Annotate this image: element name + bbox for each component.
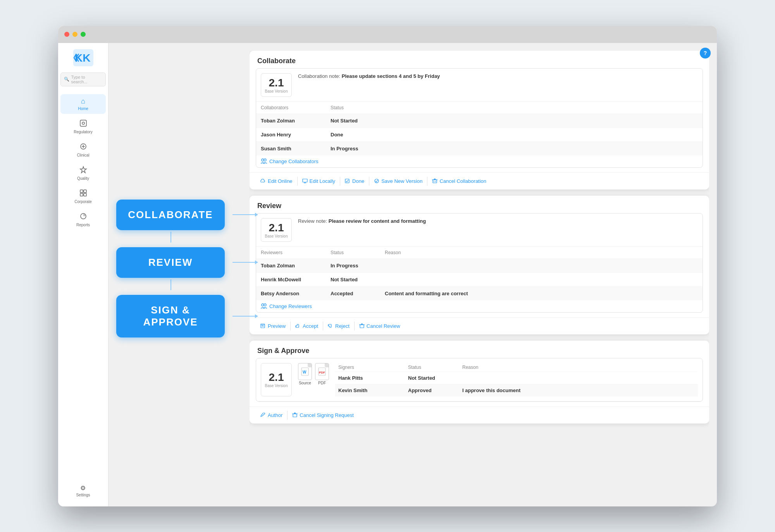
edit-online-btn[interactable]: Edit Online [256,177,298,186]
svg-point-25 [264,304,266,306]
sign-inner-header: 2.1 Base Version W [256,358,703,401]
sidebar-item-quality[interactable]: Quality [60,163,105,184]
sidebar-item-clinical[interactable]: Clinical [60,139,105,160]
close-btn[interactable] [64,32,69,37]
source-doc-icon: W [298,363,312,380]
review-row1-name: Toban Zolman [261,263,331,269]
pdf-icon: PDF [318,367,326,376]
review-inner-header: 2.1 Base Version Review note: Please rev… [256,213,703,247]
sign-row1-name: Hank Pitts [338,375,408,381]
pdf-doc: PDF PDF [315,363,329,396]
change-reviewers-link[interactable]: Change Reviewers [256,300,703,312]
collaborate-actions: Edit Online Edit Locally Done Save [250,172,709,189]
svg-rect-2 [80,120,86,126]
sidebar-item-regulatory[interactable]: Regulatory [60,116,105,137]
change-reviewers-label: Change Reviewers [269,303,312,309]
review-note-text: Please review for content and formatting [329,218,426,224]
collaborate-table-header: Collaborators Status [256,102,703,114]
thumbs-up-icon [295,324,301,328]
thumbs-down-icon [328,324,333,328]
svg-rect-19 [433,180,437,183]
sidebar-item-reports[interactable]: Reports [60,209,105,230]
accept-btn[interactable]: Accept [291,322,323,331]
preview-btn[interactable]: Preview [256,322,291,331]
sign-table: Signers Status Reason Hank Pitts Not Sta… [335,363,698,396]
cancel-review-btn[interactable]: Cancel Review [355,322,405,331]
collaborate-connector [232,214,256,215]
workflow-panel: COLLABORATE REVIEW SIGN & APPROVE [116,51,240,499]
sign-row2-name: Kevin Smith [338,387,408,393]
sign-actions: Author Cancel Signing Request [250,406,709,424]
quality-icon [79,166,87,175]
sign-approve-button[interactable]: SIGN & APPROVE [116,295,225,337]
minimize-btn[interactable] [72,32,78,37]
cancel-signing-btn[interactable]: Cancel Signing Request [288,411,358,420]
save-new-version-btn[interactable]: Save New Version [369,177,427,186]
preview-label: Preview [268,323,286,329]
cancel-signing-icon [292,413,298,417]
svg-text:PDF: PDF [319,371,325,374]
search-bar[interactable]: 🔍 Type to search... [60,72,105,86]
edit-locally-btn[interactable]: Edit Locally [298,177,340,186]
review-table-header: Reviewers Status Reason [256,247,703,258]
titlebar [58,26,717,43]
collaborate-wrapper: COLLABORATE [116,200,240,230]
sign-col-status: Status [408,365,462,370]
svg-rect-31 [328,324,329,326]
table-row: Toban Zolman Not Started [256,114,703,127]
sign-card-title: Sign & Approve [250,341,709,358]
sign-card: Sign & Approve 2.1 Base Version [250,341,709,424]
search-placeholder: Type to search... [71,75,102,84]
review-button[interactable]: REVIEW [116,247,225,278]
help-button[interactable]: ? [700,48,711,59]
table-row: Hank Pitts Not Started [335,372,698,384]
accept-label: Accept [303,323,318,329]
sidebar-item-clinical-label: Clinical [77,153,89,157]
sign-docs: W Source PDF [298,363,329,396]
sign-row2-status: Approved [408,387,462,393]
sidebar-item-corporate[interactable]: Corporate [60,186,105,207]
collaborate-button[interactable]: COLLABORATE [116,200,225,230]
svg-rect-7 [80,190,83,193]
main-content: ? COLLABORATE REVIEW SIGN & APPROVE [108,43,717,506]
cancel-collaboration-btn[interactable]: Cancel Collaboration [427,177,491,186]
vline-1 [170,232,171,243]
sidebar-item-corporate-label: Corporate [74,200,91,204]
author-btn[interactable]: Author [256,411,288,420]
right-panel: Collaborate 2.1 Base Version Collaborati… [250,51,709,499]
review-connector [232,262,256,263]
sign-col-signers: Signers [338,365,408,370]
collab-row3-name: Susan Smith [261,146,331,152]
done-btn[interactable]: Done [340,177,369,186]
review-card: Review 2.1 Base Version Review note: Ple… [250,196,709,334]
sidebar-item-settings[interactable]: ⚙ Settings [76,481,91,500]
sidebar-bottom: ⚙ Settings [74,481,91,500]
collaborate-version-badge: 2.1 Base Version [261,73,292,97]
svg-rect-39 [293,414,297,417]
svg-text:KK: KK [75,52,90,64]
sidebar-item-home[interactable]: ⌂ Home [60,94,105,114]
review-row1-reason [385,263,698,269]
review-version-number: 2.1 [269,222,284,234]
save-new-version-label: Save New Version [381,178,422,184]
svg-point-18 [375,179,379,183]
maximize-btn[interactable] [81,32,86,37]
author-label: Author [268,412,282,418]
reject-btn[interactable]: Reject [323,322,355,331]
sign-row1-reason [462,375,695,381]
trash-icon [432,179,437,183]
vline-2 [170,279,171,290]
review-note-prefix: Review note: [298,218,329,224]
change-collaborators-link[interactable]: Change Collaborators [256,155,703,167]
review-col-reason: Reason [385,250,698,255]
sign-table-header: Signers Status Reason [335,363,698,372]
author-icon [260,413,266,417]
done-icon [345,179,350,183]
change-collaborators-label: Change Collaborators [269,158,318,164]
monitor-icon [302,179,308,183]
sign-wrapper: SIGN & APPROVE [116,295,240,337]
word-icon: W [301,367,309,376]
app-logo: KK [73,49,93,66]
collaborators-icon [261,158,267,164]
svg-rect-10 [84,193,86,196]
